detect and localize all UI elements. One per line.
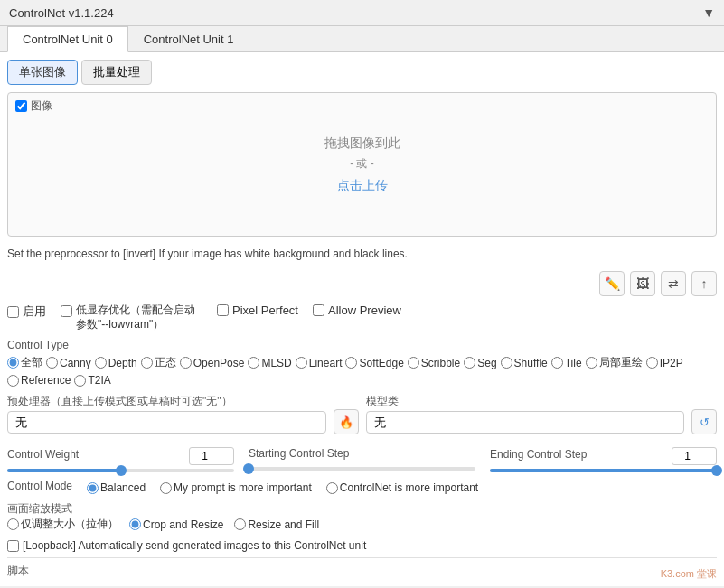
preprocessor-dropdown-row: 无 🔥 (7, 409, 359, 434)
control-weight-label: Control Weight (7, 448, 79, 461)
radio-local[interactable]: 局部重绘 (586, 355, 643, 370)
control-type-row: 全部 Canny Depth 正态 OpenPose MLSD (7, 355, 717, 387)
radio-prompt-important[interactable]: My prompt is more important (160, 481, 312, 494)
radio-t2ia[interactable]: T2IA (74, 374, 110, 387)
swap-button[interactable]: ⇄ (661, 271, 686, 296)
radio-reference[interactable]: Reference (7, 374, 71, 387)
radio-lineart[interactable]: Lineart (296, 357, 343, 369)
radio-only-resize[interactable]: 仅调整大小（拉伸） (7, 517, 118, 532)
ending-step-fill (490, 469, 717, 472)
radio-resize-fill[interactable]: Resize and Fill (234, 518, 319, 531)
radio-crop-resize[interactable]: Crop and Resize (129, 518, 223, 531)
control-type-label: Control Type (7, 339, 717, 351)
edit-button[interactable]: ✏️ (599, 271, 625, 296)
control-weight-slider[interactable] (7, 469, 234, 472)
preprocessor-select-wrapper: 无 (7, 411, 326, 434)
ending-step-input[interactable] (672, 447, 717, 465)
radio-balanced[interactable]: Balanced (87, 481, 146, 494)
control-weight-input[interactable] (189, 447, 234, 465)
ending-step-label: Ending Control Step (490, 448, 587, 461)
control-mode-row: Control Mode Balanced My prompt is more … (7, 480, 717, 496)
low-mem-checkbox[interactable] (61, 305, 72, 317)
weight-row: Control Weight Starting Control Step (7, 447, 717, 472)
tab-unit0[interactable]: ControlNet Unit 0 (7, 26, 128, 52)
starting-step-label: Starting Control Step (249, 447, 349, 460)
model-dropdown-row: 无 ↺ (366, 409, 718, 434)
script-label: 脚本 (7, 565, 29, 577)
collapse-icon[interactable]: ▼ (702, 5, 715, 20)
radio-shuffle[interactable]: Shuffle (501, 357, 548, 369)
radio-pose[interactable]: 正态 (141, 355, 176, 370)
app-title: ControlNet v1.1.224 (9, 6, 114, 20)
radio-all[interactable]: 全部 (7, 355, 42, 370)
image-checkbox-label: 图像 (15, 98, 52, 114)
info-text: Set the preprocessor to [invert] If your… (7, 244, 717, 264)
enable-checkbox[interactable] (7, 306, 19, 318)
resize-mode-label: 画面缩放模式 (7, 502, 72, 515)
enable-checkbox-label[interactable]: 启用 (7, 303, 46, 320)
sub-tab-single[interactable]: 单张图像 (7, 60, 78, 85)
loopback-checkbox[interactable] (7, 540, 19, 552)
sub-tab-batch[interactable]: 批量处理 (81, 60, 152, 85)
resize-mode-label-row: 画面缩放模式 (7, 501, 717, 517)
script-section: 脚本 (7, 557, 717, 579)
preprocessor-label: 预处理器（直接上传模式图或草稿时可选"无"） (7, 394, 359, 409)
starting-step-slider[interactable] (249, 467, 475, 471)
low-mem-checkbox-label[interactable]: 低显存优化（需配合启动参数"--lowvram"） (61, 303, 202, 331)
pixel-perfect-checkbox[interactable] (217, 304, 229, 316)
sub-tabs: 单张图像 批量处理 (7, 60, 717, 85)
radio-seg[interactable]: Seg (464, 357, 496, 369)
tabs-row: ControlNet Unit 0 ControlNet Unit 1 (0, 26, 724, 52)
allow-preview-checkbox-label[interactable]: Allow Preview (313, 303, 401, 317)
resize-row: 仅调整大小（拉伸） Crop and Resize Resize and Fil… (7, 517, 717, 532)
radio-openpose[interactable]: OpenPose (180, 357, 245, 369)
refresh-icon-button[interactable]: ↺ (691, 409, 717, 434)
checkboxes-row: 启用 低显存优化（需配合启动参数"--lowvram"） Pixel Perfe… (7, 303, 717, 331)
upload-button[interactable]: ↑ (691, 271, 717, 296)
starting-step-col: Starting Control Step (249, 447, 475, 471)
radio-canny[interactable]: Canny (46, 357, 91, 369)
model-select[interactable]: 无 (366, 411, 685, 434)
model-select-wrapper: 无 (366, 411, 685, 434)
radio-scribble[interactable]: Scribble (408, 357, 460, 369)
ending-step-thumb[interactable] (711, 465, 722, 476)
control-mode-label: Control Mode (7, 480, 72, 492)
image-checkbox[interactable] (15, 100, 27, 112)
model-section: 模型类 无 ↺ (366, 394, 718, 442)
radio-softedge[interactable]: SoftEdge (345, 357, 403, 369)
main-container: ControlNet v1.1.224 ▼ ControlNet Unit 0 … (0, 0, 724, 586)
loopback-row: [Loopback] Automatically send generated … (7, 539, 717, 552)
title-bar: ControlNet v1.1.224 ▼ (0, 0, 724, 26)
pixel-perfect-checkbox-label[interactable]: Pixel Perfect (217, 303, 298, 317)
toolbar-row: ✏️ 🖼 ⇄ ↑ (7, 271, 717, 296)
control-weight-thumb[interactable] (116, 465, 127, 476)
allow-preview-checkbox[interactable] (313, 304, 324, 316)
control-weight-fill (7, 469, 121, 472)
starting-step-thumb[interactable] (243, 463, 254, 474)
preprocessor-section: 预处理器（直接上传模式图或草稿时可选"无"） 无 🔥 (7, 394, 359, 442)
radio-depth[interactable]: Depth (95, 357, 137, 369)
ending-step-slider[interactable] (490, 469, 717, 472)
radio-ip2p[interactable]: IP2P (646, 357, 683, 369)
control-weight-col: Control Weight (7, 447, 234, 472)
radio-mlsd[interactable]: MLSD (248, 357, 291, 369)
preprocessor-select[interactable]: 无 (7, 411, 326, 434)
ending-step-col: Ending Control Step (490, 447, 717, 472)
radio-tile[interactable]: Tile (551, 357, 582, 369)
image-upload-area[interactable]: 图像 拖拽图像到此 - 或 - 点击上传 (7, 92, 717, 237)
tab-unit1[interactable]: ControlNet Unit 1 (128, 26, 249, 51)
content-area: 单张图像 批量处理 图像 拖拽图像到此 - 或 - 点击上传 Set the p… (0, 52, 724, 586)
image-button[interactable]: 🖼 (630, 271, 655, 296)
radio-controlnet-important[interactable]: ControlNet is more important (326, 481, 478, 494)
fire-icon-button[interactable]: 🔥 (334, 409, 359, 434)
upload-text: 拖拽图像到此 - 或 - 点击上传 (324, 132, 400, 197)
model-label: 模型类 (366, 394, 718, 409)
